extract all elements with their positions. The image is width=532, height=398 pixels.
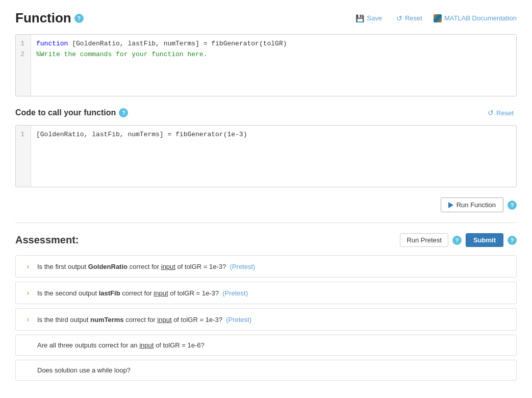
code-reset-label: Reset bbox=[496, 109, 514, 117]
call-code-line-1: [GoldenRatio, lastFib, numTerms] = fibGe… bbox=[36, 130, 511, 140]
matlab-icon bbox=[434, 14, 442, 22]
code-reset-icon: ↺ bbox=[488, 109, 494, 117]
pretest-help-icon[interactable]: ? bbox=[452, 236, 462, 245]
function-code-area[interactable]: function [GoldenRatio, lastFib, numTerms… bbox=[31, 35, 516, 96]
assessment-item-text-5: Does solution use a while loop? bbox=[37, 366, 131, 374]
assessment-item-text-3: Is the third output numTerms correct for… bbox=[37, 316, 251, 324]
assessment-title: Assessment: bbox=[15, 234, 79, 246]
function-help-icon[interactable]: ? bbox=[74, 14, 84, 23]
run-pretest-button[interactable]: Run Pretest bbox=[400, 233, 448, 247]
run-function-label: Run Function bbox=[457, 201, 496, 209]
assessment-item-text-4: Are all three outputs correct for an inp… bbox=[37, 341, 205, 349]
assessment-item-1: ›Is the first output GoldenRatio correct… bbox=[15, 255, 517, 278]
assessment-item-text-2: Is the second output lastFib correct for… bbox=[37, 289, 248, 297]
page-header: Function ? 💾 Save ↺ Reset MATLAB Documen… bbox=[15, 10, 517, 26]
assessment-item-text-1: Is the first output GoldenRatio correct … bbox=[37, 263, 255, 270]
assessment-item-3: ›Is the third output numTerms correct fo… bbox=[15, 308, 517, 331]
page-title: Function bbox=[15, 10, 71, 26]
chevron-icon-1[interactable]: › bbox=[24, 262, 32, 271]
reset-button[interactable]: ↺ Reset bbox=[393, 12, 425, 24]
code-call-title-area: Code to call your function ? bbox=[15, 108, 128, 117]
code-line-2: %Write the commands for your function he… bbox=[36, 49, 511, 60]
save-icon: 💾 bbox=[356, 14, 364, 22]
matlab-docs-label: MATLAB Documentation bbox=[444, 14, 517, 22]
assessment-header: Assessment: Run Pretest ? Submit ? bbox=[15, 233, 517, 247]
line-num-2: 2 bbox=[19, 49, 28, 60]
code-call-content[interactable]: 1 [GoldenRatio, lastFib, numTerms] = fib… bbox=[16, 126, 516, 187]
code-call-area[interactable]: [GoldenRatio, lastFib, numTerms] = fibGe… bbox=[31, 126, 516, 187]
save-label: Save bbox=[367, 14, 382, 22]
function-editor: 1 2 function [GoldenRatio, lastFib, numT… bbox=[15, 34, 517, 96]
run-area: Run Function ? bbox=[15, 197, 517, 212]
code-call-line-numbers: 1 bbox=[16, 126, 31, 187]
code-call-help-icon[interactable]: ? bbox=[119, 108, 128, 117]
run-function-button[interactable]: Run Function bbox=[441, 197, 503, 212]
chevron-icon-3[interactable]: › bbox=[24, 315, 32, 324]
reset-icon: ↺ bbox=[396, 14, 402, 22]
reset-label: Reset bbox=[405, 14, 422, 22]
submit-help-icon[interactable]: ? bbox=[508, 236, 517, 245]
assessment-actions: Run Pretest ? Submit ? bbox=[400, 233, 517, 247]
function-code-content[interactable]: 1 2 function [GoldenRatio, lastFib, numT… bbox=[16, 35, 516, 96]
function-line-numbers: 1 2 bbox=[16, 35, 31, 96]
submit-button[interactable]: Submit bbox=[466, 233, 503, 247]
assessment-item-5: Does solution use a while loop? bbox=[15, 360, 517, 381]
header-actions: 💾 Save ↺ Reset MATLAB Documentation bbox=[352, 12, 517, 24]
section-divider bbox=[15, 222, 517, 223]
chevron-icon-2[interactable]: › bbox=[24, 288, 32, 297]
play-icon bbox=[448, 202, 453, 208]
assessment-item-2: ›Is the second output lastFib correct fo… bbox=[15, 282, 517, 304]
code-call-reset-button[interactable]: ↺ Reset bbox=[485, 107, 517, 119]
call-line-num-1: 1 bbox=[19, 130, 28, 140]
keyword-function: function bbox=[36, 40, 68, 47]
code-call-header: Code to call your function ? ↺ Reset bbox=[15, 107, 517, 119]
run-help-icon[interactable]: ? bbox=[508, 201, 517, 210]
assessment-items: ›Is the first output GoldenRatio correct… bbox=[15, 255, 517, 381]
code-call-title: Code to call your function bbox=[15, 108, 116, 117]
matlab-docs-button[interactable]: MATLAB Documentation bbox=[434, 14, 517, 22]
title-area: Function ? bbox=[15, 10, 84, 26]
line-num-1: 1 bbox=[19, 39, 28, 49]
code-line-1: function [GoldenRatio, lastFib, numTerms… bbox=[36, 39, 511, 49]
save-button[interactable]: 💾 Save bbox=[352, 12, 385, 24]
code-call-editor: 1 [GoldenRatio, lastFib, numTerms] = fib… bbox=[15, 125, 517, 187]
assessment-item-4: Are all three outputs correct for an inp… bbox=[15, 335, 517, 356]
